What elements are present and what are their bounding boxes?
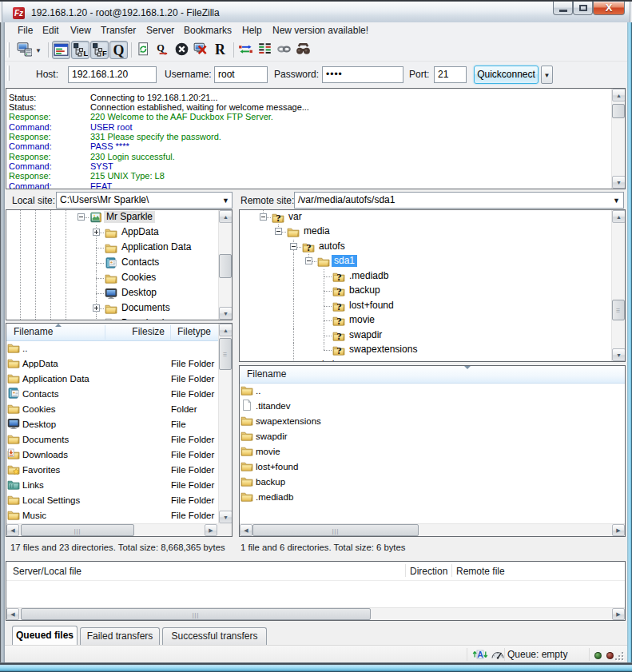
port-input[interactable]: 21 [434, 66, 467, 83]
toggle-remote-tree-button[interactable]: F [90, 41, 109, 59]
local-list-scroll-left-button[interactable]: ◀ [6, 524, 19, 536]
tree-item-sda1[interactable]: sda1 [240, 254, 625, 268]
file-row--[interactable]: .. [240, 384, 625, 399]
file-row-appdata[interactable]: AppDataFile Folder [6, 356, 218, 372]
menu-item-edit[interactable]: Edit [42, 24, 59, 37]
log-scroll-thumb[interactable] [612, 104, 625, 118]
tree-item-swapdir[interactable]: ?swapdir [240, 328, 625, 343]
synchronized-browsing-button[interactable] [237, 41, 256, 59]
collapse-icon[interactable] [305, 257, 312, 264]
file-row--titandev[interactable]: .titandev [240, 399, 625, 414]
disconnect-button[interactable] [193, 41, 211, 59]
local-list-scroll-down-button[interactable]: ▼ [219, 511, 233, 523]
queue-column-direction[interactable]: Direction [410, 564, 455, 579]
file-row-local-settings[interactable]: Local SettingsFile Folder [6, 493, 218, 508]
file-row-music[interactable]: MusicFile Folder [6, 508, 218, 523]
close-button[interactable]: X [593, 2, 625, 15]
process-queue-button[interactable]: Q [154, 41, 173, 59]
toolbar-grip[interactable] [7, 42, 10, 58]
file-row-desktop[interactable]: DesktopFile [6, 417, 218, 432]
queue-column-separator[interactable] [405, 564, 406, 577]
column-header-filesize[interactable]: Filesize [105, 324, 170, 340]
local-tree-scroll-down-button[interactable]: ▼ [219, 307, 233, 320]
tree-item-desktop[interactable]: Desktop [6, 286, 232, 301]
tab-failed-transfers[interactable]: Failed transfers [80, 627, 160, 645]
tree-item-swapextensions[interactable]: ?swapextensions [240, 343, 625, 357]
queue-scroll-right-button[interactable]: ▶ [612, 608, 625, 620]
menu-item-transfer[interactable]: Transfer [101, 24, 136, 37]
tree-item-media[interactable]: media [240, 225, 625, 239]
quickconnect-grip[interactable] [7, 66, 10, 81]
file-row-links[interactable]: LinksFile Folder [6, 478, 218, 493]
remote-tree-vscrollbar[interactable]: ▲▼☰ [611, 210, 625, 361]
file-row-swapdir[interactable]: swapdir [240, 429, 625, 444]
local-tree-vscrollbar[interactable]: ▲▼ [218, 210, 232, 320]
remote-site-combo[interactable]: /var/media/autofs/sda1 [294, 192, 624, 209]
file-row--mediadb[interactable]: .mediadb [240, 490, 625, 505]
remote-list-scroll-thumb[interactable]: ||| [252, 524, 419, 536]
expand-icon[interactable] [93, 320, 100, 320]
local-site-combo-arrow-icon[interactable]: ▼ [222, 197, 229, 205]
tree-item-movie[interactable]: ?movie [240, 313, 625, 328]
expand-icon[interactable] [93, 304, 100, 312]
local-tree-scroll-thumb[interactable] [219, 254, 232, 278]
tree-item-dvd[interactable]: ?dvd [240, 358, 625, 363]
toggle-local-tree-button[interactable]: L [71, 41, 89, 59]
local-tree-scroll-up-button[interactable]: ▲ [219, 210, 233, 223]
minimize-button[interactable] [553, 2, 573, 15]
column-header-filename[interactable]: Filename [240, 366, 626, 383]
tree-item-var[interactable]: ?var [240, 210, 625, 225]
log-scroll-up-button[interactable]: ▲ [612, 89, 626, 101]
site-manager-dropdown-icon[interactable]: ▼ [35, 47, 42, 54]
remote-list-scroll-left-button[interactable]: ◀ [240, 524, 252, 536]
tree-item-backup[interactable]: ?backup [240, 284, 625, 298]
remote-tree[interactable]: ?varmedia?autofssda1?.mediadb?backup?los… [239, 209, 626, 362]
local-list-scroll-right-button[interactable]: ▶ [205, 524, 217, 536]
file-row-contacts[interactable]: ContactsFile Folder [6, 387, 218, 402]
toggle-queue-button[interactable]: Q [109, 41, 128, 59]
file-search-button[interactable] [295, 41, 313, 59]
tab-queued-files[interactable]: Queued files [12, 626, 78, 645]
file-row-movie[interactable]: movie [240, 444, 625, 459]
transfer-queue[interactable]: Server/Local fileDirectionRemote file◀▶|… [6, 561, 626, 621]
tree-item-application-data[interactable]: Application Data [6, 241, 232, 256]
file-row-documents[interactable]: DocumentsFile Folder [6, 432, 218, 447]
collapse-icon[interactable] [290, 243, 297, 250]
remote-file-list[interactable]: Filename...titandevswapextensionsswapdir… [239, 365, 626, 537]
filezilla-app-icon[interactable]: Fz [13, 7, 25, 19]
cancel-button[interactable] [173, 41, 192, 59]
reconnect-button[interactable]: R [212, 41, 230, 59]
file-row-downloads[interactable]: DownloadsFile Folder [6, 447, 218, 463]
file-row-favorites[interactable]: FavoritesFile Folder [6, 463, 218, 478]
tree-item-downloads[interactable]: Downloads [6, 316, 232, 320]
resize-grip[interactable] [615, 652, 625, 662]
file-row-cookies[interactable]: CookiesFolder [6, 402, 218, 417]
queue-column-separator[interactable] [451, 564, 452, 577]
collapse-icon[interactable] [260, 213, 267, 221]
menu-item-help[interactable]: Help [242, 24, 262, 37]
menu-item-view[interactable]: View [70, 24, 91, 37]
tree-item-autofs[interactable]: ?autofs [240, 240, 625, 254]
tree-item-appdata[interactable]: AppData [6, 225, 232, 241]
expand-icon[interactable] [93, 229, 100, 236]
sync-toggle-button[interactable] [276, 41, 294, 59]
menu-item-file[interactable]: File [18, 24, 33, 37]
local-list-scroll-thumb[interactable]: ☰ [219, 338, 232, 370]
file-row-swapextensions[interactable]: swapextensions [240, 414, 625, 429]
message-log[interactable]: Status:Connecting to 192.168.1.20:21...S… [6, 88, 626, 189]
remote-list-scroll-right-button[interactable]: ▶ [612, 524, 625, 536]
local-list-scroll-up-button[interactable]: ▲ [219, 324, 233, 336]
tab-successful-transfers[interactable]: Successful transfers [162, 627, 267, 645]
remote-tree-scroll-down-button[interactable]: ▼ [612, 348, 626, 361]
file-row--[interactable]: .. [6, 341, 218, 356]
log-scroll-down-button[interactable]: ▼ [612, 176, 626, 189]
password-input[interactable]: •••• [322, 66, 403, 83]
file-row-application-data[interactable]: Application DataFile Folder [6, 372, 218, 387]
directory-comparison-button[interactable] [256, 41, 275, 59]
toggle-message-log-button[interactable] [52, 41, 70, 59]
transfer-type-icon[interactable]: A [472, 648, 488, 663]
collapse-icon[interactable] [275, 228, 282, 235]
title-bar[interactable]: Fz 192.168.1.20 - root@192.168.1.20 - Fi… [2, 2, 630, 22]
tree-item-contacts[interactable]: Contacts [6, 256, 232, 271]
tree-item-cookies[interactable]: Cookies [6, 271, 232, 286]
